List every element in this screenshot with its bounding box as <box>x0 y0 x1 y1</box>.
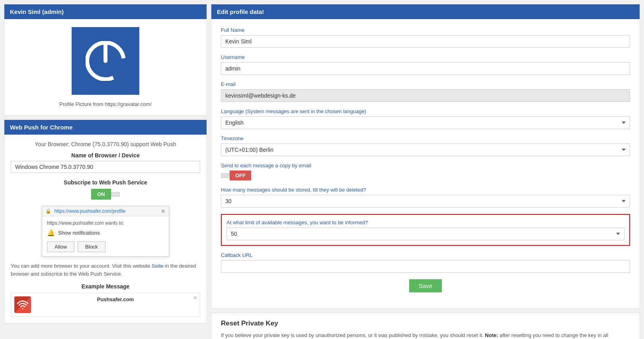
reset-title: Reset Private Key <box>221 319 630 327</box>
notification-icon <box>14 296 31 313</box>
popup-close-button[interactable]: ✕ <box>161 208 166 214</box>
email-copy-on-part[interactable] <box>221 173 230 178</box>
messages-limit-label: At what limit of available messages, you… <box>226 219 624 225</box>
callback-label: Callback URL <box>221 252 630 258</box>
avatar <box>72 27 139 95</box>
fullname-label: Full Name <box>221 27 630 33</box>
popup-domain: https://www.pushsafer.com wants to: <box>47 220 164 226</box>
callback-input[interactable] <box>221 260 630 273</box>
language-label: Language (System messages are sent in th… <box>221 108 630 114</box>
messages-stored-select[interactable]: 10 20 30 50 100 200 All <box>221 195 630 208</box>
callback-group: Callback URL <box>221 252 630 273</box>
device-input[interactable] <box>11 161 200 173</box>
language-select[interactable]: English German French Spanish <box>221 116 630 129</box>
add-browser-text: You can add more browser to your account… <box>11 262 200 278</box>
toggle-off-part[interactable] <box>111 192 120 197</box>
username-group: Username <box>221 54 630 75</box>
email-copy-label: Send to each message a copy by email <box>221 163 630 169</box>
email-label: E-mail <box>221 81 630 87</box>
email-copy-off-button[interactable]: OFF <box>230 170 251 180</box>
email-copy-group: Send to each message a copy by email OFF <box>221 163 630 180</box>
timezone-group: Timezone (UTC+01:00) Berlin (UTC+00:00) … <box>221 135 630 156</box>
popup-show-notifications: Show notifications <box>58 230 100 236</box>
popup-block-button[interactable]: Block <box>78 241 105 252</box>
fullname-input[interactable] <box>221 35 630 48</box>
username-label: Username <box>221 54 630 60</box>
example-message-label: Example Message <box>11 283 200 290</box>
popup-url: https://www.pushsafer.com/profile <box>54 208 125 214</box>
notification-title: Pushsafer.com <box>34 296 197 302</box>
browser-notification-popup: 🔒 https://www.pushsafer.com/profile ✕ ht… <box>42 206 169 257</box>
device-label: Name of Browser / Device <box>11 152 200 159</box>
messages-stored-group: How many messages should be stored, till… <box>221 187 630 208</box>
email-input[interactable] <box>221 89 630 102</box>
edit-profile-header: Edit profile data! <box>211 4 640 19</box>
messages-stored-label: How many messages should be stored, till… <box>221 187 630 193</box>
reset-text: If you believe your private key is used … <box>221 331 630 339</box>
seite-link[interactable]: Seite <box>152 263 164 269</box>
fullname-group: Full Name <box>221 27 630 48</box>
profile-header: Kevin Siml (admin) <box>4 4 207 19</box>
webpush-header: Web Push for Chrome <box>4 120 207 135</box>
lock-icon: 🔒 <box>45 208 51 214</box>
timezone-label: Timezone <box>221 135 630 141</box>
email-copy-toggle[interactable]: OFF <box>221 170 251 180</box>
save-button[interactable]: Save <box>409 279 442 292</box>
example-notification: Pushsafer.com ✕ <box>11 293 200 317</box>
browser-info: Your Browser: Chrome (75.0.3770.90) supp… <box>11 141 200 147</box>
timezone-select[interactable]: (UTC+01:00) Berlin (UTC+00:00) UTC (UTC-… <box>221 143 630 156</box>
toggle-on-button[interactable]: ON <box>91 189 111 200</box>
reset-section: Reset Private Key If you believe your pr… <box>211 313 640 339</box>
popup-url-bar: 🔒 https://www.pushsafer.com/profile ✕ <box>42 206 169 216</box>
bell-icon: 🔔 <box>47 229 55 237</box>
reset-note: Note: <box>485 332 498 338</box>
language-group: Language (System messages are sent in th… <box>221 108 630 129</box>
subscribe-toggle[interactable]: ON <box>91 189 120 200</box>
notification-close[interactable]: ✕ <box>193 295 197 301</box>
avatar-caption: Profile Picture from https://gravatar.co… <box>59 101 152 107</box>
subscribe-label: Subscripe to Web Push Service <box>11 179 200 186</box>
popup-allow-button[interactable]: Allow <box>47 241 74 252</box>
email-group: E-mail <box>221 81 630 102</box>
messages-limit-select[interactable]: 10 20 30 50 100 200 <box>226 227 624 240</box>
username-input[interactable] <box>221 62 630 75</box>
messages-limit-group-highlighted: At what limit of available messages, you… <box>221 214 630 246</box>
